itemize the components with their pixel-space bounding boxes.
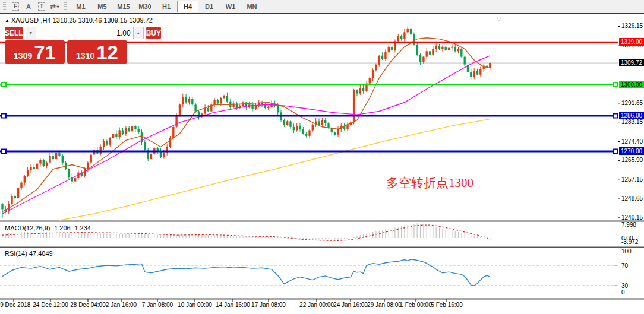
- rsi-axis-label: 100: [621, 248, 632, 255]
- rsi-axis-label: 70: [621, 262, 628, 269]
- chart-title: ▲ XAUUSD-,H4 1310.25 1310.46 1309.15 130…: [5, 17, 153, 24]
- rsi-line: [2, 259, 490, 286]
- hline-anchor[interactable]: [2, 83, 6, 87]
- time-tick-label: 7 Jan 08:00: [142, 302, 173, 308]
- volume-decrease-button[interactable]: ▼: [26, 27, 36, 39]
- volume-input[interactable]: [36, 27, 134, 39]
- sell-quote[interactable]: 1309 71: [5, 40, 65, 64]
- time-tick-label: 22 Jan 00:00: [299, 302, 334, 308]
- time-tick-label: 28 Dec 04:00: [70, 302, 106, 308]
- ma-line-slow: [59, 119, 490, 221]
- rsi-indicator-label: RSI(14) 47.4049: [5, 250, 53, 257]
- macd-indicator-label: MACD(12,26,9) -1.206 -1.234: [5, 224, 91, 231]
- sell-button[interactable]: SELL: [5, 27, 23, 39]
- time-tick-label: 10 Jan 00:00: [178, 302, 212, 308]
- chart-text-annotation: 多空转折点1300: [386, 175, 473, 191]
- buy-price-big-figure: 1310: [76, 51, 94, 61]
- macd-axis-label: 7.998: [621, 221, 636, 228]
- price-badge-1319.00: 1319.00: [619, 38, 644, 46]
- price-tick-label: 1291.65: [621, 100, 643, 106]
- trading-terminal-window: FAT⇄▾ M1M5M15M30H1H4D1W1MN ▲ XAUUSD-,H4 …: [0, 0, 644, 314]
- price-tick-label: 1326.15: [621, 23, 643, 29]
- collapse-ohlc-icon[interactable]: ▲: [5, 18, 10, 23]
- time-tick-label: 14 Jan 16:00: [216, 302, 250, 308]
- scroll-to-end-icon[interactable]: ▽: [497, 15, 501, 22]
- price-tick-label: 1248.65: [621, 195, 643, 202]
- price-badge-1270.00: 1270.00: [619, 147, 644, 155]
- time-tick-label: 24 Dec 12:00: [33, 302, 68, 308]
- hline-anchor[interactable]: [2, 114, 6, 118]
- time-tick-label: 19 Dec 2018: [0, 302, 30, 308]
- buy-button[interactable]: BUY: [146, 27, 161, 39]
- price-badge-1300.00: 1300.00: [619, 81, 644, 88]
- time-tick-label: 29 Jan 08:00: [367, 302, 402, 308]
- price-tick-label: 1283.15: [621, 119, 643, 125]
- price-badge-1309.72: 1309.72: [619, 59, 644, 66]
- symbol-period-label: XAUUSD-,H4: [11, 17, 51, 24]
- time-tick-label: 24 Jan 16:00: [333, 302, 368, 308]
- volume-stepper: ▼ ▲: [26, 27, 144, 39]
- one-click-trading-panel: SELL ▼ ▲ BUY 1309 71 1310 12: [5, 27, 130, 64]
- macd-axis-label: -3.972: [621, 239, 638, 245]
- time-tick-label: 2 Jan 16:00: [106, 302, 137, 308]
- time-tick-label: 1 Feb 00:00: [400, 302, 431, 308]
- ohlc-values: 1310.25 1310.46 1309.15 1309.72: [53, 17, 153, 24]
- rsi-axis-label: 30: [621, 283, 628, 289]
- hline-anchor[interactable]: [2, 150, 6, 154]
- rsi-axis-label: 0: [621, 289, 625, 296]
- buy-quote[interactable]: 1310 12: [67, 40, 127, 64]
- price-badge-1286.00: 1286.00: [619, 112, 644, 119]
- time-tick-label: 17 Jan 08:00: [251, 302, 286, 308]
- hline-anchor[interactable]: [614, 150, 618, 154]
- sell-price-pips: 71: [34, 43, 56, 63]
- sell-price-big-figure: 1309: [14, 51, 32, 61]
- time-tick-label: 5 Feb 16:00: [431, 302, 462, 308]
- price-tick-label: 1274.40: [621, 138, 643, 145]
- hline-anchor[interactable]: [614, 114, 618, 118]
- volume-increase-button[interactable]: ▲: [134, 27, 143, 39]
- price-tick-label: 1240.15: [621, 214, 643, 221]
- buy-price-pips: 12: [96, 43, 118, 63]
- hline-anchor[interactable]: [614, 83, 618, 87]
- price-tick-label: 1265.90: [621, 157, 643, 163]
- price-tick-label: 1257.15: [621, 176, 643, 183]
